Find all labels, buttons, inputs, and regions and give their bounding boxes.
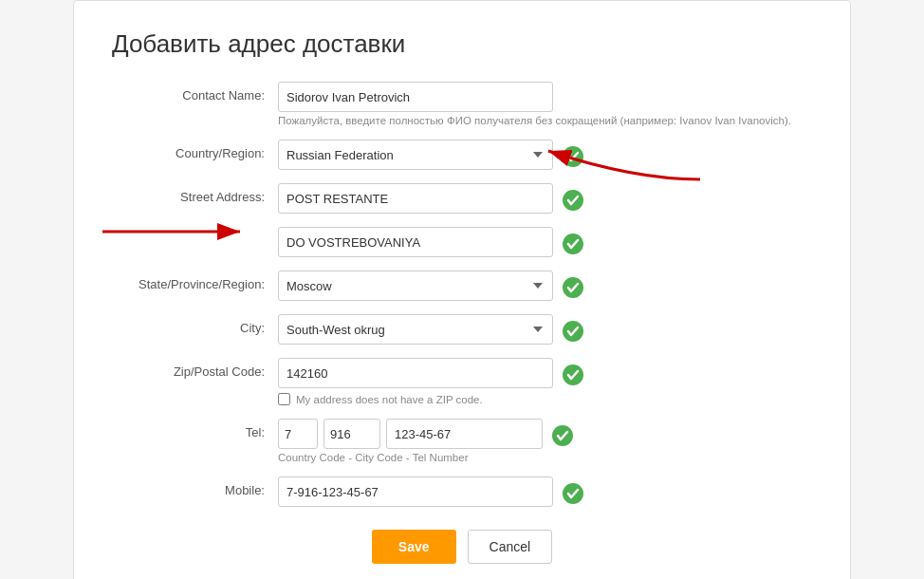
tel-check-icon <box>552 425 573 446</box>
country-check-icon <box>563 146 583 167</box>
zip-field: My address does not have a ZIP code. <box>278 358 812 405</box>
mobile-row: Mobile: <box>112 476 812 507</box>
save-button[interactable]: Save <box>372 530 456 564</box>
country-field: Russian Federation <box>278 140 812 170</box>
tel-field: Country Code - City Code - Tel Number <box>278 419 812 463</box>
tel-label: Tel: <box>112 419 278 439</box>
zip-input-row <box>278 358 812 388</box>
country-select[interactable]: Russian Federation <box>278 140 553 170</box>
street2-check-icon <box>563 233 583 254</box>
zip-label: Zip/Postal Code: <box>112 358 278 379</box>
mobile-input[interactable] <box>278 476 553 507</box>
city-input-row: South-West okrug <box>278 314 812 345</box>
state-row: State/Province/Region: Moscow <box>112 271 812 301</box>
street-label: Street Address: <box>112 183 278 204</box>
state-select[interactable]: Moscow <box>278 271 553 301</box>
zip-row: Zip/Postal Code: My address does not hav… <box>112 358 812 405</box>
form-container: Добавить адрес доставки Contact Name: По… <box>73 0 851 579</box>
city-check-icon <box>563 321 583 342</box>
country-row: Country/Region: Russian Federation <box>112 140 812 170</box>
mobile-field <box>278 476 812 507</box>
state-label: State/Province/Region: <box>112 271 278 291</box>
city-row: City: South-West okrug <box>112 314 812 345</box>
street2-field <box>278 227 812 257</box>
tel-input-row <box>278 419 812 449</box>
tel-hint: Country Code - City Code - Tel Number <box>278 452 812 463</box>
street2-label <box>112 227 278 233</box>
mobile-input-row <box>278 476 812 507</box>
zip-checkbox[interactable] <box>278 393 290 405</box>
tel-group <box>278 419 543 449</box>
zip-checkbox-row: My address does not have a ZIP code. <box>278 393 812 405</box>
street-input-row <box>278 183 812 214</box>
zip-check-icon <box>563 364 583 385</box>
city-label: City: <box>112 314 278 335</box>
street2-input-row <box>278 227 812 257</box>
page-title: Добавить адрес доставки <box>112 29 812 59</box>
street-address-input[interactable] <box>278 183 553 214</box>
tel-city-input[interactable] <box>323 419 380 449</box>
state-check-icon <box>563 277 583 298</box>
tel-country-input[interactable] <box>278 419 318 449</box>
contact-name-label: Contact Name: <box>112 82 278 103</box>
contact-name-hint: Пожалуйста, введите полностью ФИО получа… <box>278 115 812 126</box>
tel-number-input[interactable] <box>386 419 543 449</box>
contact-name-input-row <box>278 82 812 112</box>
mobile-label: Mobile: <box>112 476 278 497</box>
mobile-check-icon <box>563 483 583 504</box>
street-row: Street Address: <box>112 183 812 214</box>
street-address2-input[interactable] <box>278 227 553 257</box>
street-check-icon <box>563 190 583 211</box>
button-row: Save Cancel <box>112 530 812 564</box>
zip-input[interactable] <box>278 358 553 388</box>
city-field: South-West okrug <box>278 314 812 345</box>
state-field: Moscow <box>278 271 812 301</box>
state-input-row: Moscow <box>278 271 812 301</box>
contact-name-row: Contact Name: Пожалуйста, введите полнос… <box>112 82 812 126</box>
cancel-button[interactable]: Cancel <box>468 530 553 564</box>
tel-row: Tel: Country Code - City Code - Tel Numb… <box>112 419 812 463</box>
zip-checkbox-label: My address does not have a ZIP code. <box>296 394 483 405</box>
street-field <box>278 183 812 214</box>
country-label: Country/Region: <box>112 140 278 160</box>
contact-name-field: Пожалуйста, введите полностью ФИО получа… <box>278 82 812 126</box>
city-select[interactable]: South-West okrug <box>278 314 553 345</box>
contact-name-input[interactable] <box>278 82 553 112</box>
country-input-row: Russian Federation <box>278 140 812 170</box>
street2-row <box>112 227 812 257</box>
